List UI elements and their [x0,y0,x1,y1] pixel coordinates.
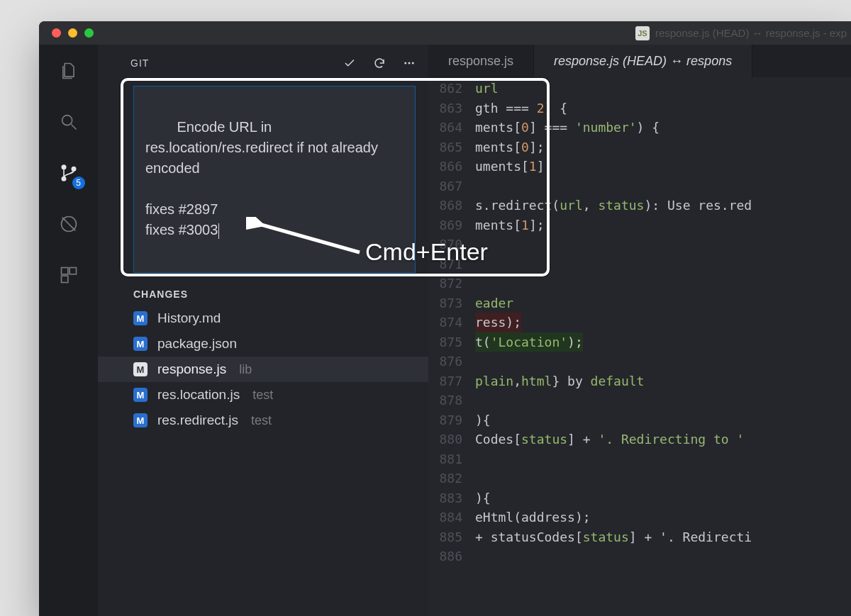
check-icon[interactable] [343,57,356,69]
code-text: ){ [475,488,491,508]
traffic-lights [52,28,94,38]
window-title-text: response.js (HEAD) ↔ response.js - exp [655,27,847,39]
minimize-window-button[interactable] [68,28,77,38]
code-text: ments[1]; [475,215,545,235]
line-number: 876 [428,352,475,371]
window-title: JS response.js (HEAD) ↔ response.js - ex… [635,21,851,45]
line-number: 866 [428,157,475,177]
line-number: 881 [428,449,475,469]
zoom-window-button[interactable] [84,28,94,38]
changed-file-name: package.json [157,336,237,352]
changed-file-row[interactable]: MHistory.md [98,306,428,331]
modified-badge: M [133,311,148,325]
code-line: 868s.redirect(url, status): Use res.red [428,196,851,215]
code-line: 881 [428,449,851,469]
text-cursor [218,223,219,239]
titlebar: JS response.js (HEAD) ↔ response.js - ex… [39,21,851,45]
line-number: 885 [428,527,475,547]
changed-file-dir: lib [239,362,252,377]
source-control-panel: GIT Encode URL in res.location/res.redir… [98,45,428,616]
code-line: 879){ [428,410,851,430]
code-line: 885+ statusCodes[status] + '. Redirecti [428,527,851,547]
debug-tab[interactable] [58,213,79,235]
changed-file-name: response.js [157,362,226,377]
editor-tabs: response.js response.js (HEAD) ↔ respons [428,45,851,77]
vscode-window: JS response.js (HEAD) ↔ response.js - ex… [39,21,851,616]
line-number: 873 [428,293,475,313]
svg-rect-7 [61,276,67,282]
extensions-tab[interactable] [58,264,79,286]
changed-file-name: History.md [157,310,221,326]
explorer-tab[interactable] [58,60,79,82]
files-icon [59,61,79,81]
code-text: eHtml(address); [475,508,591,527]
source-control-tab[interactable]: 5 [58,162,79,184]
svg-rect-5 [61,268,67,274]
line-number: 867 [428,177,475,196]
bug-icon [59,214,79,234]
pending-changes-badge: 5 [72,177,85,189]
code-line: 880Codes[status] + '. Redirecting to ' [428,430,851,449]
code-text: url [475,79,499,99]
line-number: 869 [428,215,475,235]
line-number: 883 [428,488,475,508]
code-line: 865ments[0]; [428,138,851,157]
code-text: uments[1]; [475,157,552,177]
line-number: 863 [428,99,475,118]
line-number: 872 [428,274,475,293]
line-number: 882 [428,469,475,488]
scm-actions [343,57,416,69]
code-text: plain,html} by default [475,371,644,391]
workbench: 5 GIT Encode URL in res.location/res.red… [39,45,851,616]
code-line: 883){ [428,488,851,508]
activity-bar: 5 [39,45,98,616]
code-editor[interactable]: 862url863gth === 2) {864ments[0] === 'nu… [428,77,851,616]
code-line: 877plain,html} by default [428,371,851,391]
line-number: 868 [428,196,475,215]
changes-list: MHistory.mdMpackage.jsonMresponse.jslibM… [98,306,428,433]
close-window-button[interactable] [52,28,61,38]
changed-file-row[interactable]: Mres.location.jstest [98,382,428,408]
line-number: 874 [428,313,475,332]
code-line: 873eader [428,293,851,313]
changed-file-name: res.redirect.js [157,413,238,428]
search-icon [59,112,79,132]
code-line: 878 [428,391,851,410]
code-text: ments[0]; [475,138,545,157]
code-text: Codes[status] + '. Redirecting to ' [475,430,744,449]
changed-file-row[interactable]: Mresponse.jslib [98,357,428,382]
changed-file-name: res.location.js [157,387,240,403]
line-number: 875 [428,332,475,352]
code-lines: 862url863gth === 2) {864ments[0] === 'nu… [428,77,851,566]
changed-file-row[interactable]: Mres.redirect.jstest [98,408,428,433]
annotation-label: Cmd+Enter [365,238,488,266]
tab-diff-response-js[interactable]: response.js (HEAD) ↔ respons [534,45,752,77]
tab-label: response.js (HEAD) ↔ respons [554,54,732,69]
line-number: 880 [428,430,475,449]
refresh-icon[interactable] [373,57,386,69]
changed-file-row[interactable]: Mpackage.json [98,331,428,357]
annotation-arrow [246,217,367,267]
line-number: 886 [428,547,475,566]
svg-point-8 [404,62,406,65]
code-line: 871 [428,254,851,274]
more-icon[interactable] [403,57,416,69]
code-line: 869ments[1]; [428,215,851,235]
editor-group: response.js response.js (HEAD) ↔ respons… [428,45,851,616]
line-number: 862 [428,79,475,99]
svg-point-1 [62,165,65,169]
changes-section-label: CHANGES [133,289,428,300]
code-line: 867 [428,177,851,196]
line-number: 865 [428,138,475,157]
search-tab[interactable] [58,111,79,133]
svg-point-2 [62,177,65,180]
line-number: 864 [428,118,475,138]
code-line: 866uments[1]; [428,157,851,177]
changed-file-dir: test [252,388,273,403]
tab-response-js[interactable]: response.js [428,45,534,77]
scm-title: GIT [130,57,149,69]
code-text: eader [475,293,513,313]
line-number: 879 [428,410,475,430]
modified-badge: M [133,413,148,427]
code-text: gth === 2) { [475,99,567,118]
